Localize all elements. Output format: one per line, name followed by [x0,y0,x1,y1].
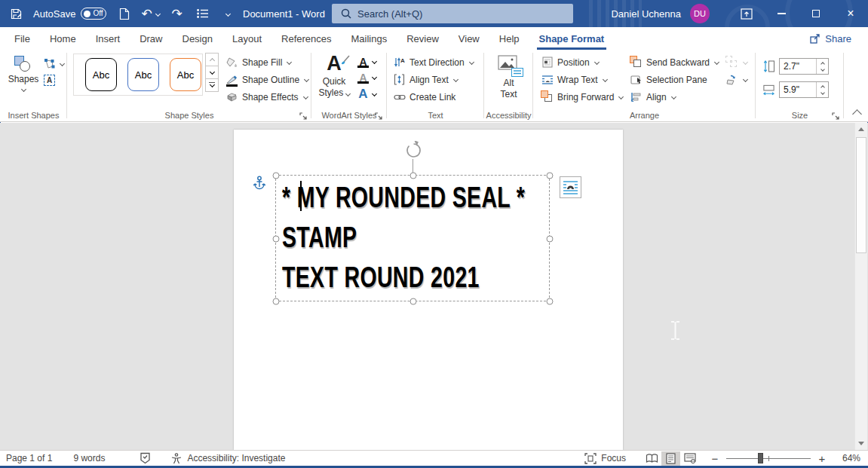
text-outline-chevron-icon [372,75,377,80]
search-box[interactable]: Search (Alt+Q) [332,4,573,23]
rotate-handle[interactable] [404,141,423,160]
layout-options-button[interactable] [560,176,581,198]
scrollbar-up-button[interactable] [855,123,867,136]
read-mode-button[interactable] [643,451,661,466]
width-spinner[interactable] [816,82,828,97]
selection-pane-button[interactable]: Selection Pane [630,71,725,88]
shape-style-swatch[interactable]: Abc [85,58,117,91]
save-button[interactable] [8,4,24,23]
zoom-level[interactable]: 64% [838,453,860,463]
ribbon-display-options-button[interactable] [729,0,764,27]
minimize-button[interactable] [764,0,799,27]
draw-text-box-button[interactable]: A [44,74,64,87]
shape-outline-button[interactable]: Shape Outline [225,71,308,88]
tab-design[interactable]: Design [173,27,222,50]
web-layout-button[interactable] [680,451,699,466]
redo-button[interactable]: ↷ [169,4,186,23]
avatar[interactable]: DU [690,4,710,23]
tab-help[interactable]: Help [489,27,529,50]
scrollbar-down-button[interactable] [855,437,867,450]
shape-outline-label: Shape Outline [242,75,299,85]
selection-handle-middle-left[interactable] [273,236,280,243]
maximize-button[interactable] [799,0,833,27]
user-name[interactable]: Daniel Uchenna [611,8,681,20]
tab-layout[interactable]: Layout [222,27,271,50]
text-direction-button[interactable]: A Text Direction [393,54,484,71]
proofing-icon [140,452,151,464]
shape-width-input[interactable] [780,82,816,97]
page-indicator[interactable]: Page 1 of 1 [6,453,52,463]
gallery-scroll-up-button[interactable] [205,53,219,66]
send-backward-button[interactable]: Send Backward [630,54,725,71]
selection-handle-bottom-center[interactable] [410,298,417,305]
group-label: Accessibility [484,111,533,120]
zoom-slider-handle[interactable] [758,453,763,463]
tab-file[interactable]: File [5,27,40,50]
zoom-slider[interactable] [726,452,811,464]
tab-home[interactable]: Home [40,27,86,50]
focus-button[interactable]: Focus [584,453,626,464]
new-document-button[interactable] [115,4,132,23]
tab-references[interactable]: References [271,27,341,50]
share-button[interactable]: Share [804,29,857,47]
create-link-button[interactable]: Create Link [393,88,484,106]
tab-mailings[interactable]: Mailings [342,27,397,50]
autosave-state: Off [93,10,103,17]
alt-text-label-2: Text [500,89,517,100]
undo-button[interactable]: ↶ [141,4,159,23]
word-count[interactable]: 9 words [73,453,105,463]
zoom-in-button[interactable]: + [817,452,827,465]
proofing-status-button[interactable] [140,452,151,464]
text-effects-button[interactable]: A [357,85,376,102]
group-text: A Text Direction Align Text Create Link … [387,50,484,121]
document-canvas[interactable]: * MY ROUNDED SEAL * STAMP TEXT ROUND 202… [0,123,868,450]
rotate-objects-button[interactable] [725,71,756,88]
word-window: AutoSave Off ↶ ↷ Docume [0,0,868,468]
tab-shape-format[interactable]: Shape Format [529,27,615,50]
text-fill-chevron-icon [372,59,377,64]
autosave-toggle[interactable]: Off [81,8,106,20]
autosave-control[interactable]: AutoSave Off [33,8,106,20]
shape-fill-icon [225,56,238,69]
selection-handle-bottom-right[interactable] [547,298,554,305]
wordart-line: * MY ROUNDED SEAL * [282,177,525,217]
tab-insert[interactable]: Insert [86,27,130,50]
collapse-ribbon-button[interactable] [852,109,862,119]
bring-forward-button[interactable]: Bring Forward [541,88,630,106]
shape-style-swatch[interactable]: Abc [127,58,159,91]
wordart-line: STAMP [282,217,525,257]
align-icon [630,90,643,103]
align-text-button[interactable]: Align Text [393,71,484,88]
undo-icon: ↶ [141,8,152,20]
scrollbar-thumb[interactable] [856,137,866,253]
ribbon-end-spacer [844,50,868,121]
gallery-up-icon [209,58,214,63]
align-button[interactable]: Align [630,88,725,106]
selection-handle-bottom-left[interactable] [273,298,280,305]
height-spinner[interactable] [816,59,828,74]
tab-review[interactable]: Review [397,27,449,50]
wrap-text-button[interactable]: Wrap Text [541,71,630,88]
gallery-more-button[interactable] [205,78,219,92]
vertical-scrollbar[interactable] [854,123,867,450]
shape-style-swatch[interactable]: Abc [170,58,201,91]
wrap-text-icon [541,73,554,86]
customize-qat-button[interactable] [220,4,237,23]
group-shape-styles: Abc Abc Abc Shape Fill Shape Outline [67,50,311,121]
shape-effects-button[interactable]: Shape Effects [225,88,308,106]
tab-draw[interactable]: Draw [130,27,172,50]
selection-handle-top-left[interactable] [273,173,280,179]
gallery-scroll-down-button[interactable] [205,66,219,79]
zoom-out-button[interactable]: − [710,452,720,465]
position-button[interactable]: Position [541,54,630,71]
close-button[interactable]: × [833,0,868,27]
text-fill-button[interactable]: A [357,54,376,69]
text-outline-button[interactable]: A [357,69,376,85]
tab-view[interactable]: View [449,27,489,50]
edit-shape-button[interactable] [44,57,64,70]
bullet-list-button[interactable] [195,4,211,23]
print-layout-button[interactable] [661,451,680,466]
shape-fill-button[interactable]: Shape Fill [225,54,308,71]
accessibility-status-button[interactable]: Accessibility: Investigate [170,453,285,464]
shape-height-input[interactable] [780,59,816,74]
